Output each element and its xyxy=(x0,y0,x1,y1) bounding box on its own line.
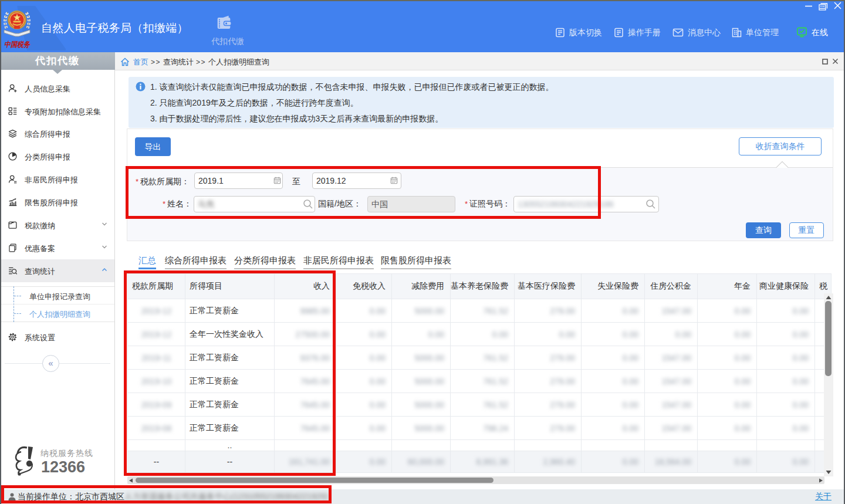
svg-text:中国税务: 中国税务 xyxy=(4,40,31,49)
